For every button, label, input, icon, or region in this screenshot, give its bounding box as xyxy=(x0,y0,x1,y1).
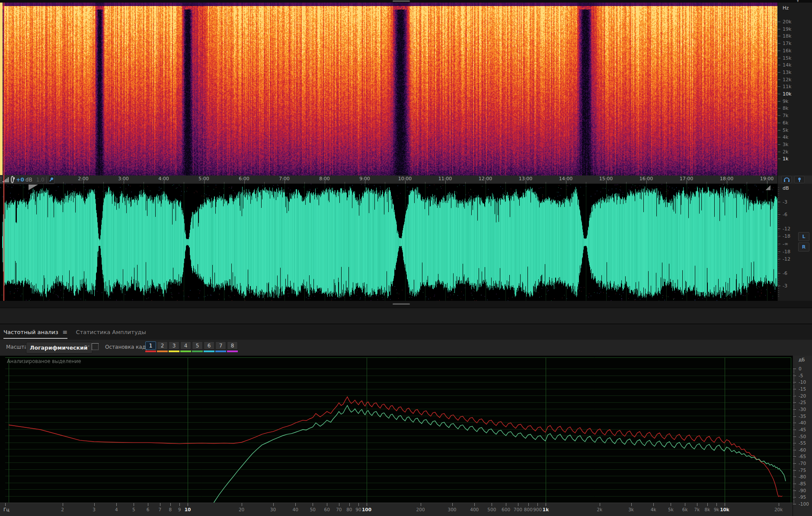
freq-tick-label: 3 xyxy=(93,507,96,512)
hz-label: 9k xyxy=(783,99,788,104)
playhead[interactable] xyxy=(3,3,4,301)
db-label: -18 xyxy=(783,249,790,255)
scale-dropdown[interactable]: Логарифмический ˅ xyxy=(26,342,93,354)
hz-label: 10k xyxy=(783,91,791,97)
db-label: -∞ xyxy=(783,241,788,247)
dbr-tick xyxy=(793,477,796,477)
hz-tick xyxy=(778,152,780,152)
timeline-corner xyxy=(777,175,812,184)
timeline-tick xyxy=(687,181,687,184)
copy-frame-icon[interactable] xyxy=(92,343,99,350)
hold-button-4[interactable]: 4 xyxy=(180,341,191,352)
hold-color-bar xyxy=(145,350,156,352)
hold-button-6[interactable]: 6 xyxy=(204,341,214,352)
db-tick xyxy=(778,202,780,202)
dbr-tick-minor xyxy=(793,420,795,420)
hold-button-3[interactable]: 3 xyxy=(169,341,179,352)
freq-tick xyxy=(474,503,475,506)
hold-color-bar xyxy=(157,350,168,352)
waveform-display[interactable] xyxy=(0,184,778,301)
collapse-corner-icon[interactable] xyxy=(765,185,770,190)
hz-label: 11k xyxy=(783,84,791,89)
db-tick-minor xyxy=(778,290,779,291)
drag-grip-icon[interactable] xyxy=(0,176,1,183)
freq-tick xyxy=(779,503,779,506)
dbr-tick-minor xyxy=(793,447,795,448)
hz-tick xyxy=(778,43,780,44)
clock-icon[interactable] xyxy=(11,176,14,183)
dbr-label: -15 xyxy=(799,386,806,392)
panel-resize-handle[interactable] xyxy=(393,0,410,2)
db-tick-minor xyxy=(778,205,779,205)
db-tick-minor xyxy=(778,199,779,199)
hold-button-8[interactable]: 8 xyxy=(227,341,238,352)
dbr-tick-minor xyxy=(793,385,795,385)
dbr-tick-minor xyxy=(793,494,795,495)
freq-tick-label: 2k xyxy=(597,507,602,512)
hold-color-bar xyxy=(204,350,214,352)
dbr-tick-minor xyxy=(793,401,795,401)
hz-tick xyxy=(778,94,780,94)
hold-button-1[interactable]: 1 xyxy=(145,341,156,352)
db-tick-minor xyxy=(778,226,779,226)
timeline-ruler[interactable]: 2:003:004:005:006:007:008:009:0010:0011:… xyxy=(0,175,777,184)
collapse-triangle-icon[interactable] xyxy=(29,185,38,190)
tab-label: Статистика Амплитуды xyxy=(76,329,146,335)
hold-button-2[interactable]: 2 xyxy=(157,341,168,352)
freq-tick-label: 2 xyxy=(61,507,64,512)
pin-display-button[interactable] xyxy=(794,176,805,183)
db-tick-minor xyxy=(778,277,779,277)
analysis-tabbar: Частотный анализ≡Статистика Амплитуды xyxy=(0,324,812,340)
hz-axis-unit: Гц xyxy=(3,507,10,512)
pin-button[interactable] xyxy=(48,175,54,184)
freq-tick xyxy=(179,503,180,506)
dbr-tick-minor xyxy=(793,442,795,442)
freq-tick xyxy=(160,503,160,506)
db-tick-minor xyxy=(778,220,779,221)
panel-menu-chevron-icon[interactable]: ▾ xyxy=(797,0,799,3)
dbr-tick-minor xyxy=(793,475,795,476)
dbr-tick-minor xyxy=(793,485,795,485)
dbr-tick-minor xyxy=(793,451,795,452)
timeline-tick xyxy=(83,181,84,184)
dbr-tick-minor xyxy=(793,482,795,483)
dbr-tick-minor xyxy=(793,440,795,441)
freq-tick-label: 60 xyxy=(324,507,329,512)
hold-button-7[interactable]: 7 xyxy=(215,341,226,352)
freq-tick xyxy=(148,503,148,506)
freq-tick-label: 3k xyxy=(628,507,634,512)
dbr-label: -70 xyxy=(799,461,806,466)
tab-frequency-analysis[interactable]: Частотный анализ≡ xyxy=(3,324,67,340)
hz-label: 16k xyxy=(783,48,791,54)
db-tick xyxy=(778,286,780,286)
timeline-tick xyxy=(486,181,486,184)
tab-amplitude-statistics[interactable]: Статистика Амплитуды xyxy=(76,324,146,340)
scroll-handle[interactable] xyxy=(393,303,410,305)
dbr-tick-minor xyxy=(793,461,795,461)
dbr-tick-minor xyxy=(793,419,795,419)
channel-right-button[interactable]: R xyxy=(798,242,809,252)
db-label: -6 xyxy=(783,212,787,217)
dbr-label: -65 xyxy=(799,454,806,459)
spectrogram-display[interactable] xyxy=(0,3,777,175)
freq-tick-label: 5k xyxy=(668,507,674,512)
db-tick-minor xyxy=(778,191,779,191)
channel-left-button[interactable]: L xyxy=(798,232,809,241)
db-tick xyxy=(778,236,780,236)
dbr-tick-minor xyxy=(793,377,795,377)
freq-tick-label: 8 xyxy=(169,507,172,512)
dbr-tick xyxy=(793,409,796,410)
dbr-label: -45 xyxy=(799,427,806,432)
dbr-tick-minor xyxy=(793,386,795,387)
gain-value[interactable]: +0 xyxy=(16,177,24,183)
dbr-tick-minor xyxy=(793,438,795,438)
monitor-button[interactable] xyxy=(781,176,792,183)
hold-button-5[interactable]: 5 xyxy=(192,341,203,352)
dbr-tick-minor xyxy=(793,478,795,479)
freq-tick xyxy=(170,503,171,506)
timeline-tick xyxy=(285,181,285,184)
hz-label: 5k xyxy=(783,127,788,133)
panel-menu-icon[interactable]: ≡ xyxy=(63,328,68,335)
freq-tick-label: 9 xyxy=(178,507,181,512)
freq-tick xyxy=(349,503,350,506)
